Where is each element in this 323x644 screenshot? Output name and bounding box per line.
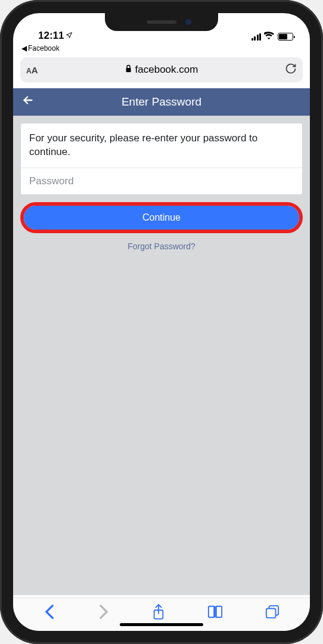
text-size-button[interactable]: AA xyxy=(26,65,38,75)
share-button[interactable] xyxy=(152,603,165,623)
nav-back-button[interactable] xyxy=(44,604,55,622)
home-indicator[interactable] xyxy=(120,623,203,626)
svg-rect-0 xyxy=(126,68,131,72)
cellular-signal-icon xyxy=(251,33,262,41)
password-card: For your security, please re-enter your … xyxy=(20,123,303,195)
highlight-annotation: Continue xyxy=(20,202,303,233)
tabs-button[interactable] xyxy=(265,605,279,621)
lock-icon xyxy=(125,64,132,76)
screen: 12:11 ◀ Facebook AA xyxy=(13,13,310,631)
password-input[interactable] xyxy=(21,168,302,194)
continue-button[interactable]: Continue xyxy=(24,206,299,230)
notch xyxy=(105,13,218,31)
security-message: For your security, please re-enter your … xyxy=(21,123,302,168)
forgot-password-link[interactable]: Forgot Password? xyxy=(20,242,303,251)
back-button[interactable] xyxy=(21,94,35,110)
nav-forward-button[interactable] xyxy=(98,604,110,622)
reload-button[interactable] xyxy=(285,63,297,78)
url-domain: facebook.com xyxy=(135,64,198,76)
wifi-icon xyxy=(264,32,275,42)
status-time: 12:11 xyxy=(38,30,64,42)
bookmarks-button[interactable] xyxy=(207,605,223,621)
page-header: Enter Password xyxy=(13,88,310,116)
page-title: Enter Password xyxy=(122,95,201,109)
back-to-app-label: Facebook xyxy=(28,44,60,52)
location-arrow-icon xyxy=(66,32,73,41)
phone-frame: 12:11 ◀ Facebook AA xyxy=(0,0,323,644)
safari-address-bar[interactable]: AA facebook.com xyxy=(20,57,303,82)
back-to-app-button[interactable]: ◀ Facebook xyxy=(13,43,310,55)
svg-rect-2 xyxy=(266,608,275,618)
battery-icon xyxy=(278,33,293,41)
page-content: For your security, please re-enter your … xyxy=(13,116,310,595)
chevron-left-icon: ◀ xyxy=(21,44,27,52)
